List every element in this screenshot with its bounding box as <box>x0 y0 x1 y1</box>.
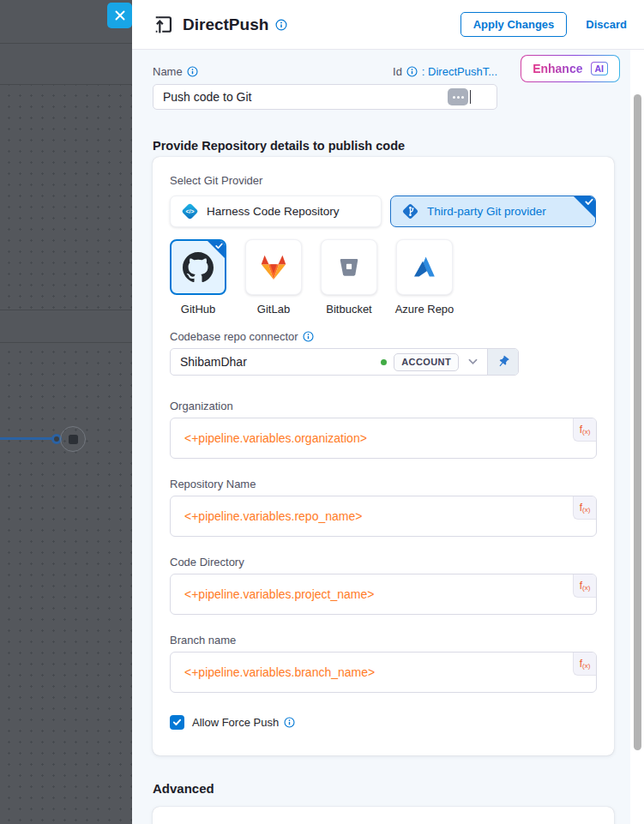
scrollbar-thumb[interactable] <box>634 94 641 750</box>
advanced-heading: Advanced <box>153 781 630 796</box>
git-provider-options: </> Harness Code Repository Third-party … <box>170 195 597 227</box>
id-label: Id <box>393 65 402 78</box>
text-caret <box>470 90 471 104</box>
bitbucket-icon <box>336 255 362 280</box>
force-push-label-group: Allow Force Push <box>192 716 295 729</box>
header-actions: Apply Changes Discard <box>460 12 627 37</box>
step-title: DirectPush <box>183 15 268 34</box>
provider-bitbucket: Bitbucket <box>321 239 377 316</box>
fx-sub: (x) <box>582 584 590 592</box>
provider-github: GitHub <box>170 239 226 316</box>
field-branch-name: Branch name f(x) <box>170 634 597 693</box>
canvas-divider <box>0 43 132 44</box>
git-branch-icon <box>401 202 419 220</box>
connector-select[interactable]: ShibamDhar ACCOUNT <box>170 348 519 376</box>
tile-label: Azure Repo <box>395 303 454 316</box>
step-config-drawer: DirectPush Apply Changes Discard Enhance… <box>132 0 644 824</box>
option-third-party-git[interactable]: Third-party Git provider <box>390 195 596 227</box>
expression-input-wrap: f(x) <box>170 652 597 693</box>
field-organization: Organization f(x) <box>170 400 597 459</box>
name-id-row: Name Id : DirectPushT... <box>153 64 497 78</box>
force-push-checkbox[interactable] <box>170 715 184 730</box>
ai-badge: AI <box>591 62 609 75</box>
fx-expression-button[interactable]: f(x) <box>573 574 596 598</box>
pipeline-end-node <box>60 426 86 452</box>
enhance-ai-button[interactable]: Enhance AI <box>521 55 620 82</box>
pin-icon <box>496 355 510 370</box>
step-info-icon[interactable] <box>275 19 287 31</box>
id-value[interactable]: : DirectPushT... <box>422 65 497 78</box>
bitbucket-tile[interactable] <box>321 239 377 295</box>
option-harness-code-repository[interactable]: </> Harness Code Repository <box>170 195 382 227</box>
force-push-info-icon[interactable] <box>284 717 295 728</box>
drawer-body: Enhance AI Name Id : DirectPush <box>132 50 630 824</box>
code-directory-input[interactable] <box>170 574 597 615</box>
connector-value: ShibamDhar <box>171 355 381 369</box>
field-label: Code Directory <box>170 556 597 568</box>
check-icon <box>585 198 593 206</box>
chevron-down-icon[interactable] <box>468 358 478 365</box>
enhance-label: Enhance <box>533 62 582 75</box>
provider-azure-repo: Azure Repo <box>396 239 453 316</box>
github-tile[interactable] <box>170 239 226 295</box>
harness-code-icon: </> <box>181 202 199 220</box>
canvas-dot-grid <box>0 84 132 824</box>
stop-icon <box>69 435 78 444</box>
repo-details-card: Select Git Provider </> Harness Code Rep… <box>153 157 614 755</box>
name-label: Name <box>153 65 183 78</box>
fx-sub: (x) <box>582 662 590 670</box>
branch-name-input[interactable] <box>170 652 597 693</box>
connector-info-icon[interactable] <box>303 331 314 342</box>
id-info-icon[interactable] <box>406 66 418 77</box>
field-code-directory: Code Directory f(x) <box>170 556 597 615</box>
force-push-row: Allow Force Push <box>170 715 597 730</box>
scrollbar-track[interactable] <box>630 50 644 824</box>
select-git-provider-label: Select Git Provider <box>170 174 597 187</box>
expression-input-wrap: f(x) <box>170 418 597 459</box>
field-label: Repository Name <box>170 478 597 490</box>
close-icon <box>115 10 125 21</box>
discard-button[interactable]: Discard <box>586 18 627 31</box>
name-info-icon[interactable] <box>187 66 198 77</box>
check-icon <box>172 719 182 726</box>
organization-input[interactable] <box>170 418 597 459</box>
selected-corner-check <box>573 195 596 219</box>
connector-status-dot <box>381 359 387 365</box>
check-icon <box>215 243 223 250</box>
scope-badge: ACCOUNT <box>394 353 459 371</box>
github-icon <box>183 252 214 283</box>
pipeline-canvas <box>0 0 132 824</box>
name-input[interactable] <box>153 84 497 110</box>
pipeline-edge <box>0 437 53 440</box>
canvas-divider <box>0 84 132 85</box>
apply-changes-button[interactable]: Apply Changes <box>460 12 568 37</box>
fx-sub: (x) <box>582 506 590 514</box>
expression-input-wrap: f(x) <box>170 574 597 615</box>
repository-name-input[interactable] <box>170 496 597 537</box>
field-label: Branch name <box>170 634 597 647</box>
fx-expression-button[interactable]: f(x) <box>573 418 596 442</box>
tile-label: Bitbucket <box>326 303 371 316</box>
close-drawer-button[interactable] <box>107 3 132 28</box>
repo-section-heading: Provide Repository details to publish co… <box>153 139 630 153</box>
git-provider-tiles: GitHub GitLab <box>170 239 597 316</box>
azure-repo-tile[interactable] <box>396 239 453 295</box>
pin-connector-button[interactable] <box>487 349 518 375</box>
connector-label: Codebase repo connector <box>170 330 298 343</box>
id-group: Id : DirectPushT... <box>393 65 497 78</box>
advanced-card <box>153 807 614 824</box>
name-options-button[interactable] <box>448 88 468 105</box>
option-label: Third-party Git provider <box>427 205 546 218</box>
connector-label-group: Codebase repo connector <box>170 330 597 343</box>
fx-expression-button[interactable]: f(x) <box>573 653 596 676</box>
fx-expression-button[interactable]: f(x) <box>573 496 596 520</box>
field-repository-name: Repository Name f(x) <box>170 478 597 537</box>
tile-label: GitLab <box>257 303 290 316</box>
stage-band <box>0 310 132 343</box>
option-label: Harness Code Repository <box>207 205 340 218</box>
gitlab-icon <box>259 253 288 282</box>
field-label: Organization <box>170 400 597 412</box>
gitlab-tile[interactable] <box>245 239 302 295</box>
expression-input-wrap: f(x) <box>170 496 597 537</box>
provider-gitlab: GitLab <box>245 239 302 316</box>
